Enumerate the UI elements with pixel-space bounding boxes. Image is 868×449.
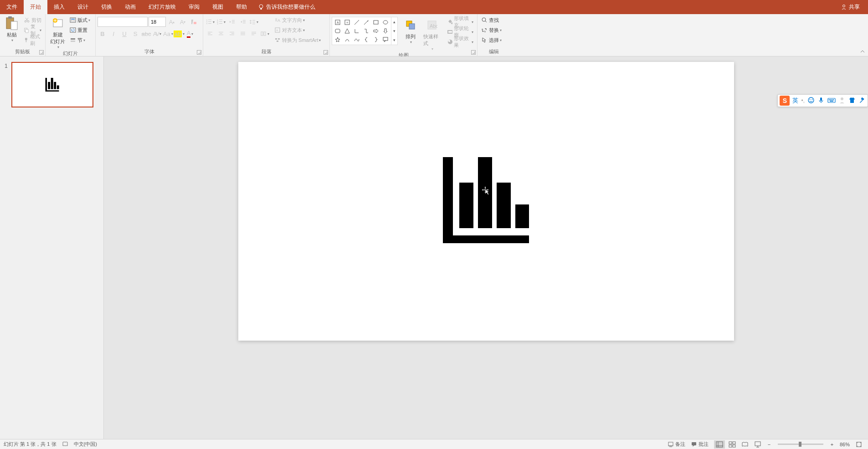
zoom-in-button[interactable]: + [828, 440, 836, 449]
fit-window-button[interactable] [853, 440, 864, 449]
font-family-input[interactable] [98, 17, 148, 27]
shape-arrow-line[interactable] [362, 18, 371, 26]
increase-font-button[interactable]: A▴ [167, 17, 177, 27]
ime-keyboard-button[interactable] [827, 97, 836, 105]
select-button[interactable]: 选择▾ [479, 35, 503, 45]
columns-button[interactable]: ▾ [260, 29, 270, 39]
shape-star[interactable] [333, 36, 342, 44]
shape-right-angle[interactable] [352, 27, 361, 35]
notes-button[interactable]: 备注 [668, 441, 685, 448]
italic-button[interactable]: I [108, 29, 118, 39]
justify-button[interactable] [238, 29, 248, 39]
align-left-button[interactable] [205, 29, 215, 39]
shape-text-box[interactable]: A [333, 18, 342, 26]
paste-button[interactable]: 粘贴 ▾ [2, 15, 22, 43]
clear-format-button[interactable] [189, 17, 199, 27]
change-case-button[interactable]: Aa▾ [163, 29, 173, 39]
comments-button[interactable]: 批注 [691, 441, 709, 448]
tab-review[interactable]: 审阅 [182, 0, 206, 14]
shape-line[interactable] [352, 18, 361, 26]
arrange-button[interactable]: 排列▾ [401, 17, 421, 45]
tab-home[interactable]: 开始 [24, 0, 47, 14]
sogou-logo-icon[interactable]: S [780, 96, 790, 106]
format-painter-button[interactable]: 格式刷 [22, 35, 43, 45]
align-right-button[interactable] [227, 29, 237, 39]
reset-button[interactable]: 重置 [68, 25, 92, 35]
clipboard-dialog-launcher[interactable] [39, 50, 44, 55]
normal-view-button[interactable] [714, 440, 725, 449]
shapes-gallery-scroll[interactable]: ▴ ▾ ▾ [391, 17, 398, 45]
find-button[interactable]: 查找 [479, 15, 501, 25]
decrease-indent-button[interactable] [227, 17, 237, 27]
ime-toolbar[interactable]: S 英 •, [777, 94, 868, 107]
shadow-button[interactable]: S [130, 29, 140, 39]
sorter-view-button[interactable] [727, 440, 738, 449]
collapse-ribbon-button[interactable] [860, 49, 865, 55]
shape-elbow[interactable] [362, 27, 371, 35]
spellcheck-status[interactable] [62, 441, 68, 448]
replace-button[interactable]: ab 替换▾ [479, 25, 503, 35]
highlight-button[interactable]: ab▾ [174, 29, 184, 39]
shape-brace-left[interactable] [362, 36, 371, 44]
ime-shirt-button[interactable] [848, 97, 856, 105]
tab-animations[interactable]: 动画 [118, 0, 142, 14]
share-button[interactable]: 共享 [832, 0, 868, 14]
slide-chart-shape[interactable] [443, 157, 529, 243]
shapes-gallery[interactable]: A ≡ [332, 17, 391, 45]
ime-settings-button[interactable] [858, 97, 866, 105]
gallery-more-icon[interactable]: ▾ [391, 36, 397, 45]
new-slide-button[interactable]: 新建 幻灯片 ▾ [47, 15, 68, 50]
tab-help[interactable]: 帮助 [230, 0, 253, 14]
increase-indent-button[interactable] [238, 17, 248, 27]
drawing-dialog-launcher[interactable] [471, 50, 476, 55]
tab-design[interactable]: 设计 [71, 0, 95, 14]
align-text-button[interactable]: ≡ 对齐文本▾ [272, 25, 323, 35]
slideshow-view-button[interactable] [752, 440, 763, 449]
shape-rectangle[interactable] [371, 18, 380, 26]
shape-callout[interactable] [381, 36, 390, 44]
ime-skin-button[interactable] [838, 97, 846, 105]
ime-voice-button[interactable] [817, 97, 825, 105]
align-center-button[interactable] [216, 29, 226, 39]
line-spacing-button[interactable]: ▾ [249, 17, 259, 27]
layout-button[interactable]: 版式▾ [68, 15, 92, 25]
font-dialog-launcher[interactable] [197, 50, 201, 55]
shape-vtext-box[interactable]: ≡ [343, 18, 352, 26]
section-button[interactable]: 节▾ [68, 35, 92, 45]
char-spacing-button[interactable]: AV▾ [152, 29, 162, 39]
shape-arc[interactable] [343, 36, 352, 44]
shape-rounded-rect[interactable] [333, 27, 342, 35]
zoom-out-button[interactable]: − [765, 440, 773, 449]
font-size-input[interactable] [149, 17, 166, 27]
distribute-button[interactable] [249, 29, 259, 39]
numbering-button[interactable]: 123▾ [216, 17, 226, 27]
zoom-percent[interactable]: 86% [840, 442, 850, 447]
decrease-font-button[interactable]: A▾ [178, 17, 188, 27]
gallery-up-icon[interactable]: ▴ [391, 17, 397, 26]
shape-curve[interactable] [352, 36, 361, 44]
strike-button[interactable]: abc [141, 29, 151, 39]
tab-slideshow[interactable]: 幻灯片放映 [142, 0, 182, 14]
smartart-button[interactable]: 转换为 SmartArt▾ [272, 35, 323, 45]
bullets-button[interactable]: ▾ [205, 17, 215, 27]
zoom-slider[interactable] [778, 444, 823, 445]
shape-brace-right[interactable] [371, 36, 380, 44]
shape-down-arrow[interactable] [381, 27, 390, 35]
shape-effects-button[interactable]: 形状效果▾ [445, 37, 475, 47]
tab-view[interactable]: 视图 [206, 0, 230, 14]
shape-right-arrow[interactable] [371, 27, 380, 35]
reading-view-button[interactable] [740, 440, 750, 449]
slide-canvas-area[interactable] [104, 56, 868, 439]
shape-triangle[interactable] [343, 27, 352, 35]
tab-insert[interactable]: 插入 [47, 0, 71, 14]
tab-file[interactable]: 文件 [0, 0, 24, 14]
slide-thumbnail-1[interactable] [11, 62, 93, 107]
ime-emoji-button[interactable] [807, 97, 815, 105]
underline-button[interactable]: U [119, 29, 129, 39]
zoom-slider-thumb[interactable] [799, 442, 801, 447]
paragraph-dialog-launcher[interactable] [324, 50, 328, 55]
quick-styles-button[interactable]: Abc 快速样式▾ [421, 17, 443, 52]
shape-oval[interactable] [381, 18, 390, 26]
ime-punctuation-toggle[interactable]: •, [801, 97, 805, 104]
slide-canvas[interactable] [238, 62, 734, 341]
